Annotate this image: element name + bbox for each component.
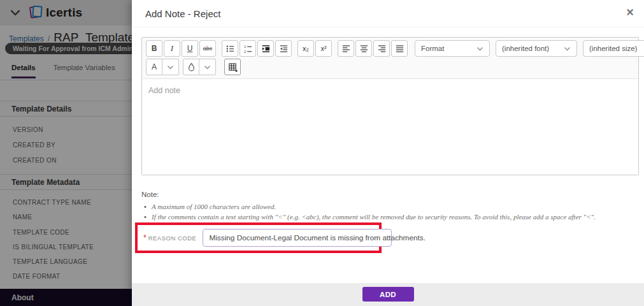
- reason-code-label: REASON CODE: [148, 235, 197, 242]
- indent-button[interactable]: [257, 40, 274, 57]
- align-left-icon: [341, 44, 351, 54]
- note-bullet: A maximum of 1000 characters are allowed…: [141, 201, 644, 212]
- background-color-chevron[interactable]: [199, 59, 216, 75]
- insert-table-button[interactable]: [224, 59, 241, 75]
- close-icon[interactable]: ×: [626, 6, 634, 18]
- text-color-button[interactable]: A: [146, 59, 162, 75]
- background-color-button[interactable]: [183, 59, 199, 75]
- screen: Icertis Templates / RAP_Template with a …: [0, 0, 644, 306]
- reason-code-select[interactable]: Missing Document-Legal Document is missi…: [203, 229, 392, 247]
- editor-toolbar: B I U abc 12: [142, 38, 638, 79]
- superscript-button[interactable]: x²: [315, 40, 332, 57]
- outdent-icon: [279, 44, 289, 54]
- format-dropdown-value: Format: [421, 45, 444, 52]
- subscript-button[interactable]: x₂: [297, 40, 314, 57]
- format-dropdown[interactable]: Format: [415, 40, 490, 57]
- numbered-list-button[interactable]: 12: [240, 40, 256, 57]
- dialog-footer: ADD: [132, 283, 644, 306]
- table-icon: [228, 62, 238, 72]
- chevron-down-icon: [204, 65, 211, 69]
- note-bullet: If the comments contain a text starting …: [141, 212, 644, 222]
- indent-icon: [261, 44, 271, 54]
- italic-button[interactable]: I: [164, 40, 180, 57]
- rich-text-editor: B I U abc 12: [141, 37, 639, 175]
- add-button[interactable]: ADD: [362, 287, 414, 302]
- note-textarea[interactable]: Add note: [142, 79, 638, 175]
- chevron-down-icon: [476, 47, 483, 51]
- bullet-list-icon: [225, 44, 235, 54]
- align-justify-icon: [395, 44, 404, 54]
- align-right-icon: [377, 44, 387, 54]
- strikethrough-button[interactable]: abc: [199, 40, 216, 57]
- font-dropdown[interactable]: (inherited font): [496, 40, 577, 57]
- note-heading: Note:: [141, 191, 644, 198]
- chevron-down-icon: [564, 47, 571, 51]
- numbered-list-icon: 12: [243, 44, 253, 54]
- bullet-list-button[interactable]: [222, 40, 238, 57]
- font-dropdown-value: (inherited font): [502, 45, 549, 52]
- align-justify-button[interactable]: [391, 40, 408, 57]
- reason-code-value: Missing Document-Legal Document is missi…: [209, 233, 426, 242]
- reason-code-highlight-box: * REASON CODE Missing Document-Legal Doc…: [135, 222, 382, 253]
- size-dropdown[interactable]: (inherited size): [583, 40, 644, 57]
- align-center-icon: [359, 44, 369, 54]
- droplet-icon: [187, 62, 196, 71]
- text-color-chevron[interactable]: [162, 59, 179, 75]
- outdent-button[interactable]: [275, 40, 292, 57]
- align-right-button[interactable]: [373, 40, 390, 57]
- add-note-reject-dialog: Add Note - Reject × B I U abc 12: [132, 0, 644, 306]
- note-bullet-list: A maximum of 1000 characters are allowed…: [141, 201, 644, 222]
- svg-text:2: 2: [243, 48, 246, 53]
- dialog-title: Add Note - Reject: [145, 8, 220, 19]
- chevron-down-icon: [167, 65, 174, 69]
- note-info: Note: A maximum of 1000 characters are a…: [141, 191, 644, 222]
- align-left-button[interactable]: [338, 40, 354, 57]
- dialog-titlebar: Add Note - Reject ×: [132, 0, 644, 27]
- size-dropdown-value: (inherited size): [589, 45, 637, 52]
- underline-button[interactable]: U: [182, 40, 198, 57]
- align-center-button[interactable]: [355, 40, 372, 57]
- required-asterisk: *: [143, 233, 147, 242]
- bold-button[interactable]: B: [146, 40, 162, 57]
- svg-text:1: 1: [243, 44, 246, 48]
- note-placeholder: Add note: [148, 86, 180, 95]
